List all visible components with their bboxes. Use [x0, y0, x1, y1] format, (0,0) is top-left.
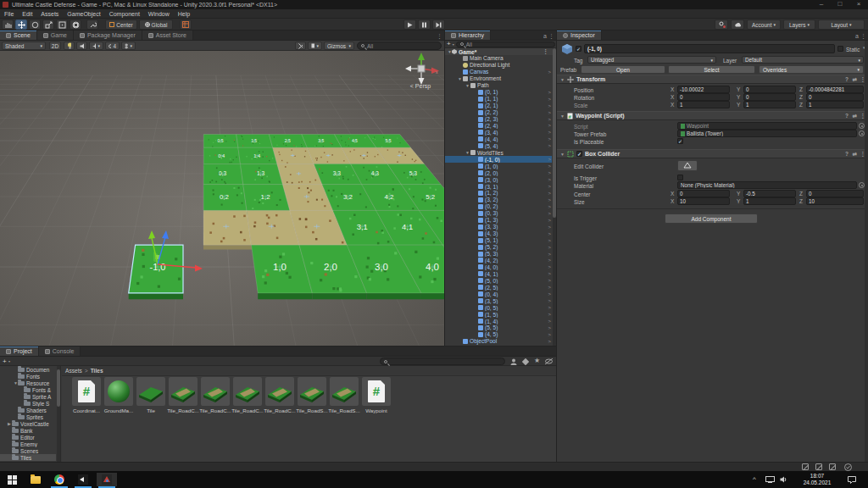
folder-resource[interactable]: ▼Resource — [0, 380, 56, 386]
tab-project[interactable]: Project — [0, 347, 39, 356]
hierarchy-item-21[interactable]: (2, 1)> — [445, 103, 552, 109]
menu-file[interactable]: File — [0, 11, 18, 17]
menu-gameobject[interactable]: GameObject — [63, 11, 104, 17]
folder-enemy[interactable]: Enemy — [0, 441, 56, 447]
hierarchy-item-41[interactable]: (4, 1)> — [445, 270, 552, 277]
hierarchy-item-42[interactable]: (4, 2)> — [445, 258, 552, 264]
folder-styles[interactable]: Style S — [0, 400, 56, 407]
hierarchy-item-15[interactable]: (1, 5)> — [445, 311, 552, 318]
hierarchy-item-43[interactable]: (4, 3)> — [445, 230, 552, 237]
prefab-open-arrow-icon[interactable]: > — [548, 197, 551, 202]
hierarchy-item-44[interactable]: (4, 4)> — [445, 136, 552, 142]
object-picker-icon[interactable] — [859, 130, 865, 136]
prefab-open-arrow-icon[interactable]: > — [548, 170, 551, 175]
persp-label[interactable]: < Persp — [395, 83, 444, 89]
taskbar-chrome[interactable] — [49, 473, 70, 486]
inspector-menu-icon[interactable]: ⋮ — [860, 33, 866, 40]
scale-y-field[interactable]: 1 — [743, 101, 796, 108]
prefab-open-arrow-icon[interactable]: > — [548, 123, 551, 128]
grid-snap-button[interactable] — [180, 19, 192, 30]
hierarchy-item-32[interactable]: (3, 2)> — [445, 197, 552, 203]
scale-x-field[interactable]: 1 — [677, 101, 730, 108]
prefab-open-arrow-icon[interactable]: > — [548, 164, 551, 169]
prefab-open-arrow-icon[interactable]: > — [548, 117, 551, 122]
prefab-open-arrow-icon[interactable]: > — [548, 103, 551, 108]
folder-tiles[interactable]: Tiles — [0, 454, 56, 461]
help-icon[interactable]: ? — [845, 76, 849, 82]
custom-tool-button[interactable] — [86, 19, 98, 30]
hierarchy-item-53[interactable]: (5, 3)> — [445, 251, 552, 258]
menu-assets[interactable]: Assets — [36, 11, 63, 17]
play-button[interactable] — [403, 19, 416, 30]
hierarchy-item-02[interactable]: (0, 2)> — [445, 203, 552, 210]
size-y-field[interactable]: 1 — [743, 197, 796, 205]
hierarchy-item-12[interactable]: (1, 2)> — [445, 190, 552, 197]
hierarchy-scene-row[interactable]: ▼ Game* ⋮ — [445, 48, 557, 55]
presets-icon[interactable]: ⇄ — [853, 113, 857, 119]
shading-mode-dropdown[interactable]: Shaded▾ — [2, 42, 46, 50]
search-by-type-icon[interactable] — [510, 358, 517, 365]
center-x-field[interactable]: 0 — [677, 190, 730, 197]
hierarchy-item-24[interactable]: (2, 4)> — [445, 123, 552, 130]
asset-coordinat[interactable]: #Coordinat... — [70, 377, 103, 413]
rect-tool-button[interactable] — [56, 19, 68, 30]
prefab-open-arrow-icon[interactable]: > — [548, 312, 551, 317]
hierarchy-item-50[interactable]: (5, 0)> — [445, 277, 552, 284]
prefab-open-arrow-icon[interactable]: > — [548, 245, 551, 250]
waypoint-component-header[interactable]: ▼ # Waypoint (Script) ? ⇄ ⋮ — [557, 111, 868, 120]
breadcrumb-current[interactable]: Tiles — [91, 368, 103, 374]
prefab-open-arrow-icon[interactable]: > — [548, 298, 551, 303]
size-z-field[interactable]: 10 — [806, 197, 864, 205]
hierarchy-item-30[interactable]: (3, 0)> — [445, 176, 552, 183]
scale-tool-button[interactable] — [42, 19, 54, 30]
menu-window[interactable]: Window — [144, 11, 174, 17]
scene-viewport[interactable]: 0,51,52,53,54,55,50,41,40,31,33,34,35,30… — [0, 51, 444, 346]
static-checkbox[interactable] — [837, 46, 843, 52]
material-field[interactable]: None (Physic Material) — [677, 181, 857, 189]
asset-tile_roadc[interactable]: Tile_RoadC... — [264, 377, 296, 413]
menu-edit[interactable]: Edit — [18, 11, 36, 17]
folder-documen[interactable]: Documen — [0, 366, 56, 373]
collapse-arrow-icon[interactable]: ▼ — [448, 49, 452, 54]
folder-voxelcastle[interactable]: ▶VoxelCastle — [0, 420, 56, 427]
hierarchy-item-55[interactable]: (5, 5)> — [445, 324, 552, 331]
folder-sprites[interactable]: Sprites — [0, 413, 56, 420]
prefab-open-arrow-icon[interactable]: > — [548, 204, 551, 209]
layout-dropdown[interactable]: Layout▾ — [818, 19, 865, 30]
active-checkbox[interactable]: ✓ — [576, 46, 581, 52]
edit-collider-button[interactable] — [677, 160, 698, 171]
scene-row-menu-icon[interactable]: ⋮ — [542, 48, 548, 55]
prefab-open-arrow-icon[interactable]: > — [548, 191, 551, 196]
step-button[interactable] — [432, 19, 445, 30]
prefab-open-arrow-icon[interactable]: > — [548, 218, 551, 223]
prefab-open-arrow-icon[interactable]: > — [548, 97, 551, 102]
hierarchy-item-13[interactable]: (1, 3)> — [445, 217, 552, 224]
hierarchy-item-01[interactable]: (0, 1)> — [445, 89, 552, 96]
size-x-field[interactable]: 10 — [677, 197, 730, 205]
hierarchy-item-52[interactable]: (5, 2)> — [445, 244, 552, 251]
favorites-icon[interactable]: ★ — [534, 357, 540, 364]
tab-console[interactable]: Console — [39, 347, 81, 356]
pivot-global-button[interactable]: Global — [139, 19, 173, 30]
scene-effects-dropdown[interactable]: ▾ — [89, 42, 103, 50]
prefab-open-arrow-icon[interactable]: > — [548, 305, 551, 310]
hierarchy-item-Environment[interactable]: ▼Environment — [445, 75, 552, 82]
search-by-label-icon[interactable] — [522, 358, 529, 365]
tab-game[interactable]: Game — [37, 30, 74, 40]
inspector-scrollbar[interactable] — [865, 41, 868, 462]
menu-help[interactable]: Help — [174, 11, 194, 17]
add-component-button[interactable]: Add Component — [665, 214, 758, 224]
prefab-open-arrow-icon[interactable]: > — [548, 130, 551, 135]
is-trigger-checkbox[interactable] — [677, 175, 683, 180]
prefab-open-arrow-icon[interactable]: > — [548, 291, 551, 297]
taskbar-clock[interactable]: 18:07 24.05.2021 — [795, 473, 839, 486]
asset-waypoint[interactable]: #Waypoint — [360, 377, 392, 413]
position-z-field[interactable]: -0.0004842281 — [806, 86, 864, 93]
tower-prefab-field[interactable]: Ballista (Tower) — [677, 130, 857, 137]
transform-component-header[interactable]: ▼ Transform ? ⇄ ⋮ — [557, 75, 868, 84]
asset-groundma[interactable]: GroundMa... — [103, 377, 135, 413]
maximize-button[interactable]: □ — [831, 0, 849, 9]
prefab-open-arrow-icon[interactable]: > — [548, 258, 551, 263]
scene-lighting-icon[interactable] — [64, 42, 75, 50]
prefab-open-arrow-icon[interactable]: > — [548, 319, 551, 324]
